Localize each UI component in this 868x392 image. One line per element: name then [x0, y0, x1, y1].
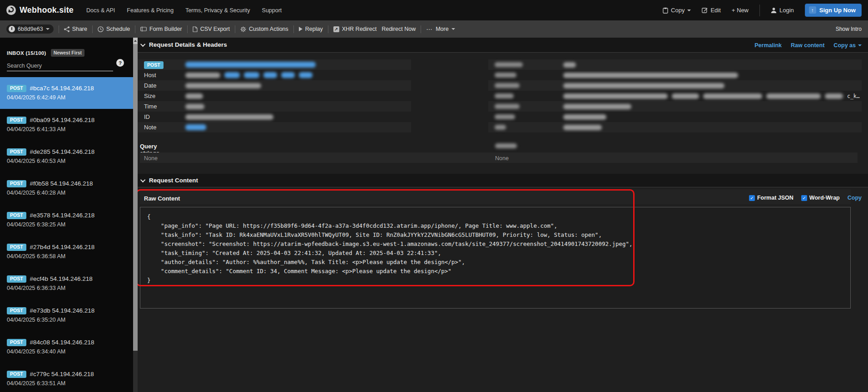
redirect-now-button[interactable]: Redirect Now: [382, 26, 416, 32]
replay-button[interactable]: Replay: [299, 26, 323, 32]
redacted-link: [224, 72, 240, 78]
nav-link-terms[interactable]: Terms, Privacy & Security: [185, 7, 250, 14]
request-list-item[interactable]: POST #de285 54.194.246.218 04/04/2025 6:…: [0, 141, 133, 172]
request-list-item[interactable]: POST #c779c 54.194.246.218 04/04/2025 6:…: [0, 363, 133, 392]
request-list-item[interactable]: POST #e3578 54.194.246.218 04/04/2025 6:…: [0, 204, 133, 236]
nav-link-docs[interactable]: Docs & API: [86, 7, 115, 14]
csv-export-button[interactable]: CSV Export: [193, 26, 230, 32]
word-wrap-checkbox[interactable]: ✓ Word-Wrap: [801, 195, 840, 201]
action-toolbar: 6b8d9e63 Share Schedule Form Builder CSV…: [0, 20, 868, 38]
format-json-checkbox[interactable]: ✓ Format JSON: [749, 195, 794, 201]
request-timestamp: 04/04/2025 6:33:51 AM: [7, 380, 127, 387]
redacted-value: [563, 73, 738, 78]
request-id: #e3578 54.194.246.218: [30, 212, 95, 219]
divider: [187, 25, 188, 33]
edit-button[interactable]: Edit: [702, 7, 720, 14]
request-id: #bca7c 54.194.246.218: [30, 85, 94, 92]
sign-up-button[interactable]: ↑ Sign Up Now: [805, 4, 862, 17]
copy-menu-button[interactable]: Copy: [663, 7, 691, 14]
raw-content-box[interactable]: { "page_info": "Page URL: https://f35b89…: [140, 207, 851, 309]
request-details-section-toggle[interactable]: Request Details & Headers: [142, 41, 227, 48]
table-row: [488, 59, 862, 70]
ellipsis-icon: ⋯: [426, 27, 433, 31]
divider: [293, 25, 294, 33]
request-list-item[interactable]: POST #84c08 54.194.246.218 04/04/2025 6:…: [0, 331, 133, 363]
request-id: #e73db 54.194.246.218: [30, 307, 95, 314]
divider: [235, 25, 235, 33]
share-button[interactable]: Share: [64, 26, 87, 32]
raw-content-link[interactable]: Raw content: [791, 42, 824, 49]
edit-icon: [702, 7, 708, 13]
copy-content-link[interactable]: Copy: [848, 195, 862, 201]
user-icon: [771, 7, 777, 13]
redacted-value: [185, 104, 204, 109]
method-badge: POST: [144, 61, 164, 69]
query-strings-none: None: [144, 155, 158, 162]
caret-down-icon: [46, 28, 50, 30]
request-list-item[interactable]: POST #ecf4b 54.194.246.218 04/04/2025 6:…: [0, 268, 133, 299]
redacted-link: [244, 72, 259, 78]
request-timestamp: 04/04/2025 6:38:25 AM: [7, 221, 127, 228]
request-list-item[interactable]: POST #bca7c 54.194.246.218 04/04/2025 6:…: [0, 77, 133, 109]
request-content-section-toggle[interactable]: Request Content: [142, 177, 198, 184]
table-row: Size: [138, 91, 411, 101]
caret-down-icon: [451, 28, 455, 30]
sort-order-badge[interactable]: Newest First: [51, 49, 84, 57]
request-list-item[interactable]: POST #f0b58 54.194.246.218 04/04/2025 6:…: [0, 172, 133, 204]
redacted-value: [563, 114, 606, 120]
request-list-item[interactable]: POST #e73db 54.194.246.218 04/04/2025 6:…: [0, 299, 133, 331]
permalink-link[interactable]: Permalink: [754, 42, 782, 49]
copy-as-dropdown[interactable]: Copy as: [833, 42, 862, 49]
help-icon[interactable]: ?: [116, 59, 124, 67]
request-timestamp: 04/04/2025 6:34:40 AM: [7, 348, 127, 355]
redacted-link: [299, 72, 312, 78]
checkbox-checked-icon: ✓: [749, 195, 755, 201]
table-row: Note: [138, 122, 411, 132]
request-list-item[interactable]: POST #27b4d 54.194.246.218 04/04/2025 6:…: [0, 236, 133, 268]
table-row: c_k…: [488, 91, 862, 101]
redacted-value: [703, 93, 762, 99]
search-input[interactable]: [7, 62, 113, 71]
request-headers-table: c_k…: [488, 59, 862, 132]
top-navbar: Webhook.site Docs & API Features & Prici…: [0, 0, 868, 20]
redacted-header-name: [495, 62, 523, 67]
scrollbar-track[interactable]: [133, 38, 138, 392]
play-icon: [299, 27, 303, 31]
nav-link-pricing[interactable]: Features & Pricing: [127, 7, 174, 14]
token-dropdown[interactable]: 6b8d9e63: [6, 24, 54, 34]
more-button[interactable]: ⋯ More: [426, 26, 455, 32]
request-id: #0ba09 54.194.246.218: [30, 117, 95, 123]
method-badge: POST: [7, 339, 26, 346]
webhook-logo-icon: [6, 5, 16, 15]
divider: [92, 25, 93, 33]
nav-link-support[interactable]: Support: [262, 7, 282, 14]
custom-actions-button[interactable]: Custom Actions: [240, 26, 288, 32]
request-id: #f0b58 54.194.246.218: [30, 180, 93, 187]
form-builder-button[interactable]: Form Builder: [140, 26, 182, 32]
token-icon: [9, 26, 15, 32]
schedule-button[interactable]: Schedule: [98, 26, 130, 32]
divider: [135, 25, 135, 33]
header-value-fragment: c_k…: [847, 93, 860, 99]
redacted-url: [185, 62, 316, 68]
xhr-redirect-button[interactable]: ↗ XHR Redirect: [333, 26, 377, 32]
request-list-item[interactable]: POST #0ba09 54.194.246.218 04/04/2025 6:…: [0, 109, 133, 141]
file-icon: [193, 26, 198, 32]
method-badge: POST: [7, 117, 26, 124]
scrollbar-thumb[interactable]: [133, 44, 138, 351]
new-button[interactable]: + New: [732, 7, 749, 14]
request-id: #84c08 54.194.246.218: [30, 339, 94, 346]
scroll-up-button[interactable]: [133, 38, 138, 44]
table-row: ID: [138, 112, 411, 122]
brand[interactable]: Webhook.site: [6, 5, 74, 15]
redacted-value: [563, 62, 576, 68]
login-button[interactable]: Login: [771, 7, 794, 14]
request-details-table: POST Host Date Size: [138, 59, 411, 132]
form-values-none: None: [495, 155, 509, 162]
raw-content-header: [140, 189, 851, 204]
show-intro-link[interactable]: Show Intro: [836, 26, 862, 32]
method-badge: POST: [7, 180, 26, 187]
main-panel: Request Details & Headers Permalink Raw …: [138, 38, 868, 392]
redacted-value: [563, 93, 668, 99]
redacted-value: [825, 93, 843, 99]
